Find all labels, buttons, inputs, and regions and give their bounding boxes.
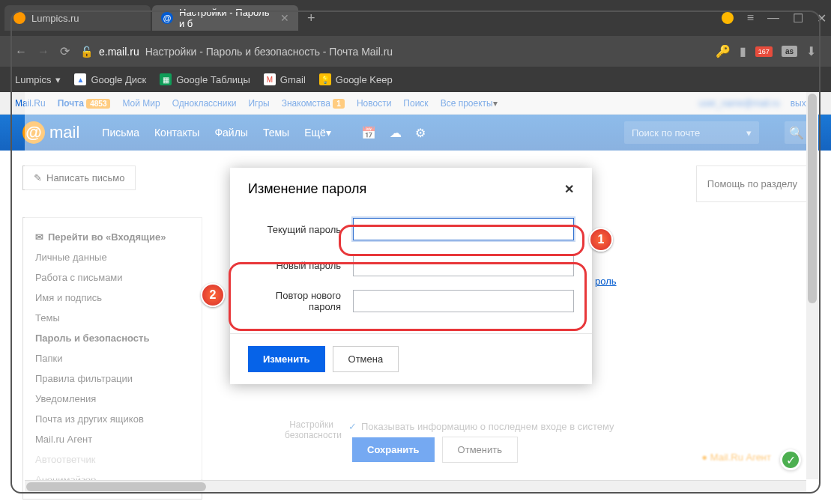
adguard-icon[interactable]: ✓: [780, 449, 801, 470]
bookmark-gmail[interactable]: MGmail: [264, 73, 306, 85]
url-path: Настройки - Пароль и безопасность - Почт…: [145, 46, 393, 58]
current-password-input[interactable]: [353, 218, 574, 240]
new-tab-button[interactable]: +: [300, 10, 323, 26]
vertical-scrollbar[interactable]: [806, 92, 818, 479]
close-window-icon[interactable]: ✕: [817, 11, 827, 25]
bg-cancel-button[interactable]: Отменить: [442, 437, 518, 463]
bg-agent-link: ● Mail.Ru Агент: [701, 452, 771, 463]
bookmark-gdrive[interactable]: ▲Google Диск: [74, 73, 146, 85]
close-tab-icon[interactable]: ✕: [280, 12, 289, 24]
bookmark-gsheets[interactable]: ▦Google Таблицы: [160, 73, 250, 85]
bg-settings-label: Настройки безопасности: [285, 419, 333, 440]
url-host: e.mail.ru: [99, 46, 139, 58]
forward-icon[interactable]: →: [37, 45, 49, 58]
modal-close-button[interactable]: ✕: [564, 182, 574, 196]
horizontal-scrollbar[interactable]: [25, 480, 806, 492]
back-icon[interactable]: ←: [15, 45, 27, 58]
change-password-modal: Изменение пароля ✕ Текущий пароль Новый …: [230, 168, 592, 384]
bookmark-gkeep[interactable]: 💡Google Keep: [319, 73, 393, 85]
gkeep-icon: 💡: [319, 73, 331, 85]
download-icon[interactable]: ⬇: [806, 44, 816, 58]
bg-password-link: роль: [595, 276, 617, 287]
bg-show-login: ✓Показывать информацию о последнем входе…: [348, 421, 614, 432]
cancel-button[interactable]: Отмена: [333, 346, 399, 372]
minimize-icon[interactable]: —: [767, 11, 779, 25]
annotation-badge-2: 2: [201, 283, 225, 307]
window-controls: ≡ — ☐ ✕: [722, 11, 827, 25]
modal-title: Изменение пароля: [248, 181, 366, 197]
menu-icon[interactable]: ≡: [747, 11, 754, 25]
bookmark-icon[interactable]: ▮: [740, 44, 746, 58]
url-field[interactable]: 🔓 e.mail.ru Настройки - Пароль и безопас…: [80, 46, 705, 58]
address-bar: ← → ⟳ 🔓 e.mail.ru Настройки - Пароль и б…: [0, 36, 831, 67]
lock-icon: 🔓: [80, 46, 93, 58]
repeat-password-label: Повтор нового пароля: [248, 290, 353, 312]
maximize-icon[interactable]: ☐: [793, 11, 803, 25]
extension-icon[interactable]: [722, 12, 734, 24]
lastfm-icon[interactable]: as: [782, 46, 797, 57]
gsheets-icon: ▦: [160, 73, 172, 85]
gdrive-icon: ▲: [74, 73, 86, 85]
repeat-password-input[interactable]: [353, 290, 574, 312]
submit-button[interactable]: Изменить: [248, 346, 325, 372]
tab-mailru-settings[interactable]: @ Настройки - Пароль и б ✕: [152, 5, 298, 31]
notifications-badge[interactable]: 167: [755, 46, 773, 57]
bg-save-button[interactable]: Сохранить: [352, 437, 435, 462]
new-password-input[interactable]: [353, 254, 574, 276]
favicon-icon: @: [161, 12, 173, 24]
tab-title: Настройки - Пароль и б: [179, 7, 274, 29]
tab-lumpics[interactable]: Lumpics.ru: [4, 5, 151, 31]
bookmarks-bar: Lumpics ▾ ▲Google Диск ▦Google Таблицы M…: [0, 67, 831, 92]
current-password-label: Текущий пароль: [248, 224, 353, 235]
tab-title: Lumpics.ru: [31, 13, 79, 24]
bookmark-lumpics[interactable]: Lumpics ▾: [15, 74, 61, 85]
reload-icon[interactable]: ⟳: [60, 44, 70, 58]
annotation-badge-1: 1: [589, 228, 613, 252]
key-icon[interactable]: 🔑: [716, 44, 731, 58]
favicon-icon: [13, 12, 25, 24]
chevron-down-icon: ▾: [55, 74, 61, 85]
gmail-icon: M: [264, 73, 276, 85]
new-password-label: Новый пароль: [248, 260, 353, 271]
browser-tab-bar: Lumpics.ru @ Настройки - Пароль и б ✕ + …: [0, 0, 831, 36]
